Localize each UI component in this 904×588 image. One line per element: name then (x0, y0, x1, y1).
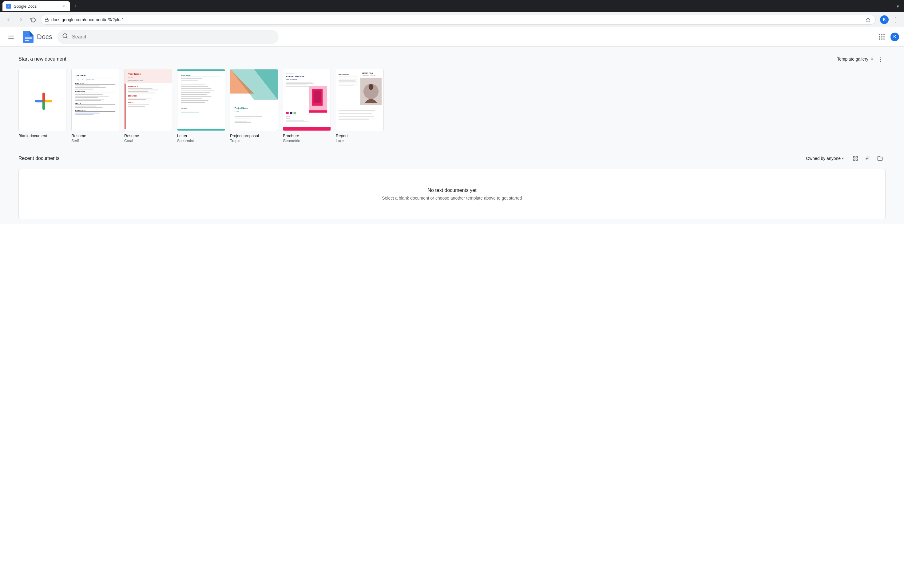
svg-text:Project Name: Project Name (235, 107, 248, 109)
svg-text:Your Company: Your Company (286, 73, 294, 74)
template-letter-spearmint-subname: Spearmint (177, 139, 225, 143)
svg-rect-98 (283, 127, 330, 131)
svg-marker-1 (866, 17, 870, 22)
docs-logo-icon (22, 31, 35, 43)
svg-rect-19 (75, 94, 103, 95)
folder-button[interactable] (874, 153, 885, 164)
svg-text:Template: Template (286, 118, 290, 119)
plus-icon (35, 93, 50, 107)
svg-rect-121 (338, 119, 369, 120)
list-view-button[interactable] (850, 153, 861, 164)
address-bar[interactable]: docs.google.com/document/u/0/?pli=1 (41, 15, 876, 25)
templates-grid: Blank document Your Name email@example.c… (19, 69, 885, 143)
browser-tab[interactable]: Google Docs × (2, 1, 70, 11)
template-report-luxe-subname: Luxe (336, 139, 384, 143)
svg-rect-57 (181, 87, 209, 87)
svg-rect-22 (75, 99, 104, 100)
svg-rect-45 (128, 100, 146, 100)
browser-menu-button[interactable]: ⋮ (890, 15, 900, 25)
svg-rect-37 (125, 84, 126, 129)
template-report-luxe-name: Report (336, 133, 384, 138)
no-docs-title: No text documents yet (25, 188, 879, 193)
svg-rect-119 (338, 116, 374, 117)
svg-rect-76 (235, 118, 253, 118)
svg-rect-41 (128, 91, 148, 92)
template-resume-coral-subname: Coral (124, 139, 172, 143)
app-bar: Docs K (0, 27, 904, 47)
svg-point-2 (63, 34, 67, 38)
svg-rect-108 (338, 79, 358, 79)
search-icon (62, 33, 68, 41)
hamburger-menu-button[interactable] (5, 31, 17, 43)
apps-button[interactable] (876, 31, 888, 43)
template-letter-spearmint-thumb: Your Name (177, 69, 225, 131)
template-resume-coral[interactable]: Your Name Job Title email@example.com | … (124, 69, 172, 143)
svg-rect-124 (853, 159, 855, 161)
svg-rect-8 (72, 69, 119, 130)
template-resume-serif-subname: Serif (71, 139, 119, 143)
svg-point-104 (369, 84, 374, 90)
svg-rect-90 (309, 111, 327, 113)
forward-button[interactable] (16, 15, 26, 25)
svg-rect-44 (128, 98, 153, 98)
back-button[interactable] (4, 15, 14, 25)
templates-section-title: Start a new document (19, 56, 66, 62)
refresh-button[interactable] (28, 15, 38, 25)
template-brochure-geometric[interactable]: Your Company Product Brochure Product Ov… (283, 69, 331, 143)
search-bar[interactable] (57, 30, 278, 44)
template-letter-spearmint[interactable]: Your Name (177, 69, 225, 143)
tab-title: Google Docs (14, 4, 58, 9)
template-resume-coral-name: Resume (124, 133, 172, 138)
template-brochure-geometric-subname: Geometric (283, 139, 331, 143)
svg-rect-64 (181, 100, 209, 101)
svg-rect-61 (181, 94, 207, 95)
template-blank[interactable]: Blank document (19, 69, 66, 143)
svg-text:Product Overview: Product Overview (286, 79, 297, 81)
template-letter-spearmint-name: Letter (177, 133, 225, 138)
svg-rect-89 (314, 90, 321, 103)
svg-text:EDUCATION: EDUCATION (128, 95, 137, 97)
svg-rect-78 (235, 122, 251, 123)
svg-rect-113 (338, 85, 354, 85)
docs-logo-text: Docs (37, 33, 52, 41)
svg-rect-107 (338, 78, 357, 78)
template-report-luxe[interactable]: REPORT TITLE LOREM IPSUM COLOR SIT AMET … (336, 69, 384, 143)
svg-rect-63 (181, 98, 202, 99)
svg-text:Product Brochure: Product Brochure (286, 75, 304, 77)
svg-rect-15 (75, 87, 106, 88)
svg-text:EDUCATION: EDUCATION (75, 83, 85, 84)
template-resume-serif[interactable]: Your Name email@example.com | (555) 123-… (71, 69, 119, 143)
svg-rect-85 (286, 85, 308, 85)
svg-rect-21 (75, 97, 98, 98)
svg-rect-74 (235, 115, 256, 115)
template-gallery-label: Template gallery (837, 57, 868, 62)
svg-text:Your Name: Your Name (75, 74, 85, 76)
template-blank-name: Blank document (19, 133, 66, 138)
owned-by-dropdown[interactable]: Owned by anyone ▾ (802, 154, 847, 163)
svg-text:Your Name: Your Name (128, 73, 141, 75)
template-project-tropic[interactable]: Project Name Sub Title Project proposal … (230, 69, 278, 143)
window-collapse-button[interactable]: ▾ (894, 2, 902, 10)
svg-rect-16 (75, 89, 93, 89)
svg-text:Sincerely,: Sincerely, (181, 107, 187, 109)
svg-rect-56 (181, 85, 205, 85)
new-tab-button[interactable]: + (71, 2, 80, 11)
template-resume-coral-thumb: Your Name Job Title email@example.com | … (124, 69, 172, 131)
user-avatar-app[interactable]: K (890, 33, 899, 41)
svg-rect-86 (286, 87, 311, 87)
bookmark-button[interactable] (864, 16, 872, 24)
svg-rect-118 (338, 115, 378, 115)
account-button[interactable]: K (879, 15, 889, 25)
svg-rect-77 (235, 121, 247, 121)
template-gallery-button[interactable]: Template gallery ▲ ▼ (837, 57, 873, 62)
tab-close-button[interactable]: × (61, 3, 66, 9)
svg-rect-116 (338, 112, 376, 112)
docs-logo[interactable]: Docs (22, 31, 52, 43)
search-input[interactable] (72, 34, 273, 40)
svg-rect-30 (75, 112, 100, 113)
user-avatar: K (880, 15, 889, 24)
sort-button[interactable] (862, 153, 873, 164)
svg-rect-23 (75, 100, 101, 101)
templates-more-button[interactable]: ⋮ (876, 54, 885, 64)
svg-text:LOREM IPSUM COLOR SIT AMET: LOREM IPSUM COLOR SIT AMET (362, 75, 376, 76)
